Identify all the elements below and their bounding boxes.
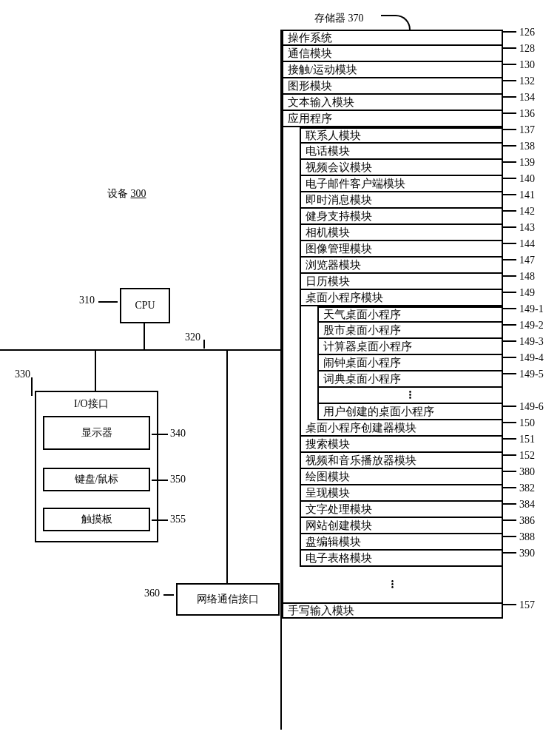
memory-ref: 142 — [519, 206, 535, 218]
memory-ref: 149-5 — [519, 369, 544, 380]
memory-row: 电子邮件客户端模块 — [300, 176, 503, 192]
display-label: 显示器 — [81, 426, 112, 440]
memory-ref-lead — [503, 243, 516, 244]
memory-header: 存储器 370 — [314, 12, 364, 25]
memory-ref: 149-6 — [519, 401, 544, 413]
bus-io-line — [95, 349, 96, 391]
net-ref: 360 — [144, 588, 160, 599]
memory-row-text: 绘图模块 — [306, 470, 350, 484]
memory-row: 即时消息模块 — [300, 192, 503, 209]
memory-row: 浏览器模块 — [300, 258, 503, 274]
memory-row: 相机模块 — [300, 225, 503, 241]
bus-ref: 320 — [185, 332, 200, 343]
memory-row: 图像管理模块 — [300, 241, 503, 258]
memory-row-text: 电子表格模块 — [306, 551, 372, 565]
memory-ref-lead — [503, 259, 516, 260]
memory-ref-lead — [503, 536, 516, 537]
memory-ref: 152 — [519, 450, 535, 462]
memory-row-text: 日历模块 — [306, 275, 350, 289]
memory-row: 应用程序 — [282, 111, 503, 127]
memory-ref-lead — [503, 438, 516, 440]
memory-row-text: 词典桌面小程序 — [323, 372, 401, 386]
memory-ref-lead — [503, 194, 516, 195]
memory-row-text: 通信模块 — [288, 47, 332, 61]
handwriting-row: 手写输入模块 — [282, 602, 503, 619]
net-label: 网络通信接口 — [197, 593, 259, 606]
memory-ref-lead — [503, 357, 516, 358]
memory-row-text: 视频和音乐播放器模块 — [306, 454, 416, 468]
vdots-icon: ••• — [391, 580, 394, 589]
memory-ref: 149-3 — [519, 336, 544, 348]
memory-row: 呈现模块 — [300, 485, 503, 502]
memory-ref: 126 — [519, 27, 535, 38]
keyboard-box: 键盘/鼠标 — [43, 468, 150, 491]
memory-ref: 143 — [519, 222, 535, 234]
memory-ref-lead — [503, 275, 516, 277]
cpu-label: CPU — [135, 300, 155, 312]
memory-row-text: 股市桌面小程序 — [323, 323, 401, 337]
memory-row: 词典桌面小程序 — [317, 371, 503, 388]
memory-row-text: 浏览器模块 — [306, 258, 361, 272]
memory-row: 桌面小程序创建器模块 — [300, 420, 503, 437]
display-ref: 340 — [170, 428, 186, 440]
memory-ref-lead — [503, 503, 516, 505]
memory-row: 通信模块 — [282, 46, 503, 62]
memory-row-text: 文字处理模块 — [306, 502, 372, 517]
cpu-ref-lead — [98, 301, 118, 303]
memory-row-text: 天气桌面小程序 — [323, 308, 401, 322]
touchpad-ref: 355 — [170, 514, 186, 525]
memory-row-text: 桌面小程序创建器模块 — [306, 421, 416, 435]
memory-ref: 137 — [519, 124, 535, 136]
memory-ref-lead — [503, 210, 516, 212]
memory-left-border — [280, 30, 282, 730]
memory-gap: ••• — [282, 567, 503, 602]
keyboard-ref-lead — [152, 480, 168, 481]
memory-ref: 138 — [519, 141, 535, 152]
io-ref: 330 — [15, 369, 30, 380]
keyboard-label: 键盘/鼠标 — [75, 473, 119, 486]
memory-row: 电话模块 — [300, 144, 503, 160]
memory-ref-lead — [503, 145, 516, 147]
memory-row: 日历模块 — [300, 274, 503, 290]
memory-ref: 139 — [519, 157, 535, 169]
memory-row: 网站创建模块 — [300, 518, 503, 534]
memory-ref: 140 — [519, 173, 535, 185]
io-ref-lead — [31, 377, 33, 396]
memory-ref-lead — [503, 406, 516, 407]
memory-ref-lead — [503, 226, 516, 228]
memory-row-text: 呈现模块 — [306, 486, 350, 500]
memory-ref: 147 — [519, 255, 535, 266]
vdots-icon: ••• — [409, 391, 412, 400]
memory-row-text: 相机模块 — [306, 226, 350, 240]
memory-row: ••• — [317, 388, 503, 404]
memory-ref: 149 — [519, 287, 535, 299]
memory-ref-lead — [503, 80, 516, 81]
display-ref-lead — [152, 434, 168, 435]
bus-cpu-line — [144, 323, 145, 349]
memory-ref: 149-1 — [519, 303, 544, 315]
memory-row: 盘编辑模块 — [300, 534, 503, 551]
memory-ref: 150 — [519, 417, 535, 429]
memory-row: 电子表格模块 — [300, 551, 503, 567]
memory-row: 操作系统 — [282, 30, 503, 46]
memory-ref-lead — [503, 178, 516, 179]
memory-header-label: 存储器 — [314, 13, 345, 24]
memory-row-text: 健身支持模块 — [306, 209, 372, 223]
memory-ref-lead — [503, 340, 516, 342]
handwriting-label: 手写输入模块 — [288, 604, 354, 618]
memory-row-text: 搜索模块 — [306, 437, 350, 451]
memory-row: 文字处理模块 — [300, 502, 503, 518]
memory-ref-lead — [503, 519, 516, 521]
touchpad-box: 触摸板 — [43, 508, 150, 531]
touchpad-ref-lead — [152, 519, 168, 521]
io-title: I/O接口 — [74, 397, 109, 411]
memory-row: 图形模块 — [282, 78, 503, 95]
display-box: 显示器 — [43, 416, 150, 450]
memory-row-text: 盘编辑模块 — [306, 535, 361, 549]
memory-row: 用户创建的桌面小程序 — [317, 404, 503, 420]
device-label: 设备 300 — [107, 187, 146, 201]
memory-row: 接触/运动模块 — [282, 62, 503, 78]
memory-row-text: 计算器桌面小程序 — [323, 340, 412, 354]
memory-ref-lead — [503, 487, 516, 488]
memory-header-ref: 370 — [348, 13, 364, 24]
